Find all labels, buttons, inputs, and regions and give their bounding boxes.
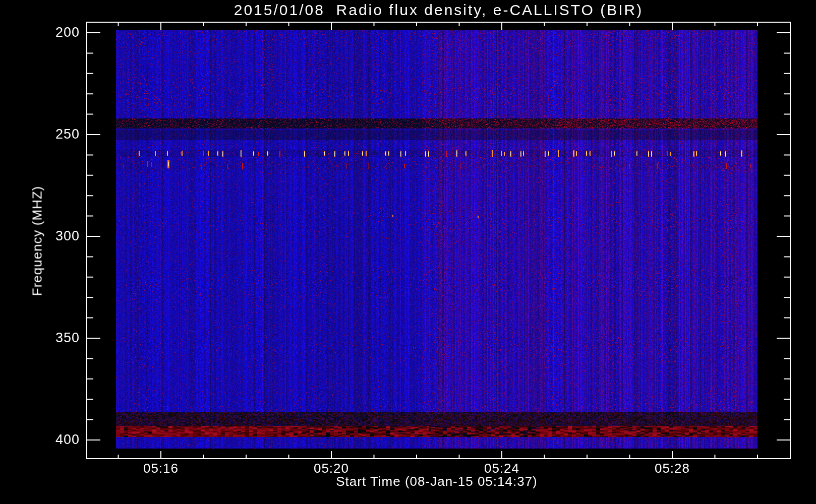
x-tick-label: 05:24 — [467, 461, 537, 476]
y-tick-label: 200 — [19, 25, 80, 40]
spectrogram-page: 2015/01/08 Radio flux density, e-CALLIST… — [0, 0, 816, 504]
spectrogram-canvas — [0, 0, 816, 504]
y-tick-label: 400 — [19, 432, 80, 448]
x-tick-label: 05:20 — [296, 461, 367, 476]
x-tick-label: 05:28 — [637, 461, 708, 476]
chart-title: 2015/01/08 Radio flux density, e-CALLIST… — [87, 2, 790, 19]
y-tick-label: 350 — [19, 330, 80, 346]
y-tick-label: 250 — [19, 127, 80, 142]
x-tick-label: 05:16 — [126, 461, 196, 476]
y-tick-label: 300 — [19, 228, 80, 244]
